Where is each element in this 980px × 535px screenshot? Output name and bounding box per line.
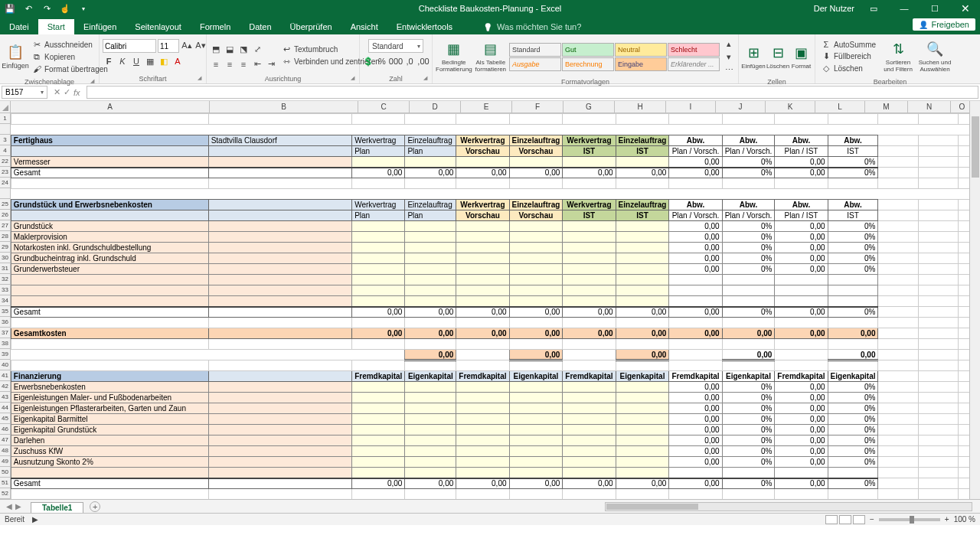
tab-seitenlayout[interactable]: Seitenlayout	[126, 19, 191, 34]
align-center-icon[interactable]: ≡	[224, 58, 236, 70]
style-berechnung[interactable]: Berechnung	[562, 57, 614, 71]
tab-start[interactable]: Start	[38, 19, 74, 34]
tab-entwicklertools[interactable]: Entwicklertools	[387, 19, 462, 34]
select-all-cell[interactable]	[0, 101, 11, 113]
find-select-button[interactable]: 🔍Suchen und Auswählen	[917, 36, 952, 77]
style-gut[interactable]: Gut	[562, 43, 614, 57]
tab-daten[interactable]: Daten	[240, 19, 280, 34]
column-headers[interactable]: ABCDEFGHIJKLMNO	[11, 101, 974, 113]
view-normal-icon[interactable]	[825, 515, 838, 524]
zoom-in-icon[interactable]: +	[945, 515, 949, 524]
row-headers[interactable]: 1342223242526272829303132333435363738394…	[0, 113, 11, 499]
fill-icon: ⬇	[822, 51, 831, 61]
indent-dec-icon[interactable]: ⇤	[251, 58, 263, 70]
tab-einfuegen[interactable]: Einfügen	[74, 19, 126, 34]
align-bottom-icon[interactable]: ⬔	[237, 44, 250, 56]
zoom-value[interactable]: 100 %	[954, 515, 975, 524]
undo-icon[interactable]: ↶	[23, 3, 34, 14]
style-ausgabe[interactable]: Ausgabe	[509, 57, 561, 71]
style-erklaerender[interactable]: Erklärender ...	[668, 57, 720, 71]
save-icon[interactable]: 💾	[5, 3, 15, 14]
style-standard[interactable]: Standard	[509, 43, 561, 57]
sheet-content[interactable]: FertighausStadtvilla ClausdorfWerkvertra…	[11, 113, 980, 499]
italic-button[interactable]: K	[116, 55, 129, 67]
as-table-label: Als Tabelle formatieren	[475, 59, 506, 73]
tab-file[interactable]: Datei	[0, 19, 38, 34]
formula-bar[interactable]	[87, 86, 978, 99]
dec-dec-icon[interactable]: ,00	[417, 55, 430, 67]
insert-cells-button[interactable]: ⊞Einfügen	[742, 36, 765, 77]
maximize-icon[interactable]: ☐	[923, 0, 946, 17]
ribbon-options-icon[interactable]: ▭	[862, 0, 885, 17]
percent-icon[interactable]: %	[376, 55, 388, 67]
sheet-nav-next-icon[interactable]: ▶	[15, 502, 21, 511]
clear-button[interactable]: ◇Löschen	[818, 63, 879, 74]
font-size-input[interactable]	[158, 39, 179, 53]
paste-button[interactable]: 📋 Einfügen	[3, 36, 28, 77]
format-as-table-button[interactable]: ▤Als Tabelle formatieren	[475, 36, 506, 77]
styles-more-icon[interactable]: ⋯	[723, 64, 735, 76]
decrease-font-icon[interactable]: A▾	[194, 39, 207, 51]
underline-button[interactable]: U	[130, 55, 142, 67]
accept-formula-icon[interactable]: ✓	[64, 87, 70, 97]
align-right-icon[interactable]: ≡	[237, 58, 250, 70]
currency-icon[interactable]: 💲	[362, 55, 374, 67]
touch-mode-icon[interactable]: ☝	[60, 3, 70, 14]
horizontal-scrollbar[interactable]	[605, 502, 972, 511]
increase-font-icon[interactable]: A▴	[181, 39, 193, 51]
number-format-combo[interactable]: Standard	[368, 39, 423, 53]
sort-filter-button[interactable]: ⇅Sortieren und Filtern	[880, 36, 916, 77]
view-page-break-icon[interactable]	[853, 515, 865, 524]
redo-icon[interactable]: ↷	[41, 3, 52, 14]
zoom-slider[interactable]	[879, 518, 940, 521]
border-button[interactable]: ▦	[144, 55, 156, 67]
add-sheet-button[interactable]: +	[90, 501, 100, 512]
align-left-icon[interactable]: ≡	[210, 58, 222, 70]
cut-button[interactable]: ✂Ausschneiden	[29, 39, 111, 51]
style-neutral[interactable]: Neutral	[615, 43, 667, 57]
font-name-input[interactable]	[103, 39, 156, 53]
autosum-button[interactable]: ΣAutoSumme	[818, 39, 879, 50]
fx-icon[interactable]: fx	[74, 88, 80, 97]
conditional-formatting-button[interactable]: ▦Bedingte Formatierung	[436, 36, 472, 77]
spreadsheet-grid: ABCDEFGHIJKLMNO 134222324252627282930313…	[0, 101, 980, 499]
vertical-scrollbar[interactable]	[969, 101, 980, 499]
macro-record-icon[interactable]: ▶	[32, 515, 38, 524]
tell-me-search[interactable]: Was möchten Sie tun?	[477, 19, 587, 34]
indent-inc-icon[interactable]: ⇥	[265, 58, 277, 70]
orientation-icon[interactable]: ⤢	[251, 44, 263, 56]
fill-button[interactable]: ⬇Füllbereich	[818, 51, 879, 62]
view-page-layout-icon[interactable]	[839, 515, 851, 524]
cancel-formula-icon[interactable]: ✕	[54, 87, 60, 97]
align-middle-icon[interactable]: ⬓	[224, 44, 236, 56]
share-button[interactable]: Freigeben	[913, 18, 975, 31]
align-top-icon[interactable]: ⬒	[210, 44, 222, 56]
styles-scroll-up-icon[interactable]: ▴	[723, 38, 735, 50]
wrap-label: Textumbruch	[294, 45, 338, 54]
user-name[interactable]: Der Nutzer	[814, 4, 854, 13]
tab-ueberpruefen[interactable]: Überprüfen	[281, 19, 341, 34]
copy-button[interactable]: ⧉Kopieren	[29, 51, 111, 63]
tab-ansicht[interactable]: Ansicht	[341, 19, 387, 34]
tab-formeln[interactable]: Formeln	[191, 19, 240, 34]
format-painter-button[interactable]: 🖌Format übertragen	[29, 64, 111, 74]
sheet-nav-prev-icon[interactable]: ◀	[6, 502, 12, 511]
minimize-icon[interactable]: —	[893, 0, 916, 17]
style-schlecht[interactable]: Schlecht	[668, 43, 720, 57]
close-icon[interactable]: ✕	[954, 0, 977, 17]
bold-button[interactable]: F	[103, 55, 115, 67]
table-icon: ▤	[484, 41, 497, 57]
styles-scroll-down-icon[interactable]: ▾	[723, 51, 735, 63]
name-box[interactable]: B157	[2, 86, 47, 99]
font-color-button[interactable]: A	[172, 55, 184, 67]
zoom-out-icon[interactable]: −	[870, 515, 874, 524]
qat-customize-icon[interactable]: ▾	[78, 3, 89, 14]
format-cells-button[interactable]: ▣Format	[791, 36, 812, 77]
fill-color-button[interactable]: ◧	[158, 55, 170, 67]
ribbon-tabs: Datei Start Einfügen Seitenlayout Formel…	[0, 17, 980, 34]
style-eingabe[interactable]: Eingabe	[615, 57, 667, 71]
dec-inc-icon[interactable]: ,0	[403, 55, 416, 67]
thousand-icon[interactable]: 000	[390, 55, 402, 67]
delete-cells-button[interactable]: ⊟Löschen	[766, 36, 789, 77]
sheet-tab-tabelle1[interactable]: Tabelle1	[31, 502, 83, 513]
